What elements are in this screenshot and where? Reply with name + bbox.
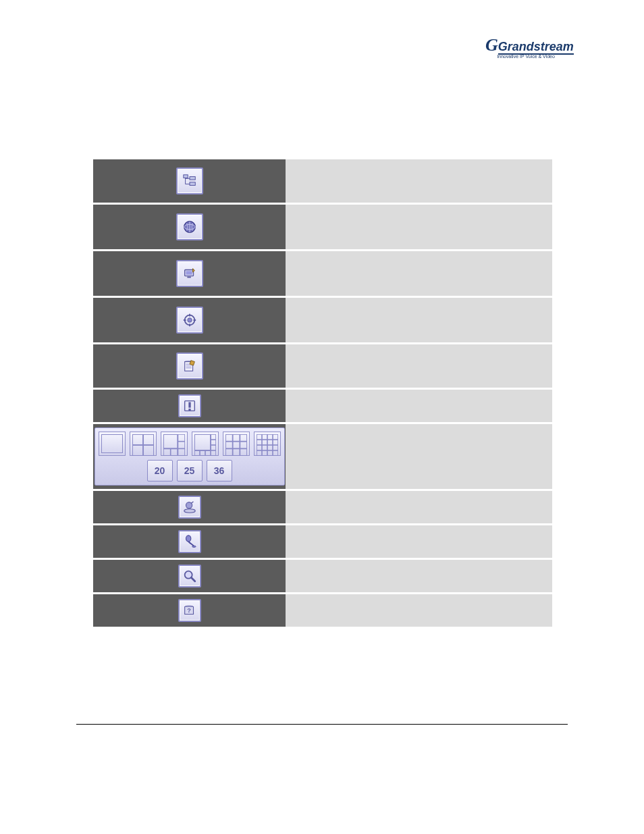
svg-rect-2 — [190, 182, 195, 186]
target-icon[interactable] — [176, 307, 203, 334]
brand-script: GGrandstream — [485, 37, 566, 53]
table-row — [93, 251, 552, 296]
layout-16-icon[interactable] — [254, 432, 281, 456]
desc-cell — [286, 159, 552, 203]
icon-cell — [93, 560, 286, 592]
desc-cell — [286, 424, 552, 489]
desc-cell — [286, 205, 552, 249]
table-row — [93, 298, 552, 342]
layout-8-icon[interactable] — [192, 432, 219, 456]
svg-rect-16 — [188, 409, 190, 411]
table-row — [93, 344, 552, 388]
icon-cell: 20 25 36 — [93, 424, 286, 489]
svg-text:?: ? — [187, 607, 191, 614]
table-row — [93, 525, 552, 558]
svg-rect-21 — [163, 434, 178, 448]
desc-cell — [286, 390, 552, 422]
device-icon[interactable] — [176, 260, 203, 287]
layout-6-icon[interactable] — [161, 432, 188, 456]
svg-point-49 — [186, 536, 190, 542]
table-row — [93, 390, 552, 422]
icon-cell — [93, 491, 286, 523]
icon-cell — [93, 344, 286, 388]
svg-point-50 — [192, 546, 196, 547]
icons-table: 20 25 36 — [93, 159, 552, 629]
desc-cell — [286, 491, 552, 523]
svg-point-47 — [184, 509, 195, 513]
layout-9-icon[interactable] — [223, 432, 250, 456]
brand-tagline: Innovative IP Voice & Video — [485, 54, 566, 59]
icon-cell — [93, 251, 286, 296]
layout-group: 20 25 36 — [95, 427, 285, 486]
desc-cell — [286, 251, 552, 296]
svg-rect-28 — [194, 434, 211, 450]
svg-rect-20 — [163, 434, 185, 456]
svg-rect-15 — [188, 402, 190, 408]
layout-20-button[interactable]: 20 — [147, 460, 173, 481]
svg-rect-1 — [190, 177, 195, 180]
icon-cell — [93, 205, 286, 249]
table-row: ? — [93, 594, 552, 627]
layout-25-button[interactable]: 25 — [177, 460, 203, 481]
table-row — [93, 159, 552, 203]
footer-divider — [76, 724, 568, 725]
svg-rect-10 — [187, 277, 191, 278]
table-row — [93, 205, 552, 249]
icon-cell — [93, 298, 286, 342]
desc-cell — [286, 560, 552, 592]
layout-4-icon[interactable] — [130, 432, 157, 456]
icon-cell — [93, 390, 286, 422]
svg-point-12 — [187, 318, 191, 322]
tree-view-icon[interactable] — [176, 167, 203, 194]
notepad-icon[interactable] — [176, 353, 203, 380]
icon-cell — [93, 159, 286, 203]
brand-logo: GGrandstream Innovative IP Voice & Video — [485, 37, 566, 59]
layout-36-button[interactable]: 36 — [207, 460, 232, 481]
search-icon[interactable] — [178, 565, 201, 588]
table-row: 20 25 36 — [93, 424, 552, 489]
table-row — [93, 560, 552, 592]
alert-icon[interactable] — [178, 394, 201, 417]
icon-cell — [93, 525, 286, 558]
svg-rect-0 — [183, 175, 187, 178]
microphone-icon[interactable] — [178, 530, 201, 553]
help-icon[interactable]: ? — [178, 599, 201, 622]
desc-cell — [286, 594, 552, 627]
svg-rect-9 — [186, 271, 192, 275]
save-to-disk-icon[interactable] — [178, 496, 201, 519]
svg-rect-35 — [225, 434, 247, 456]
desc-cell — [286, 298, 552, 342]
icon-cell: ? — [93, 594, 286, 627]
table-row — [93, 491, 552, 523]
desc-cell — [286, 525, 552, 558]
layout-1-icon[interactable] — [99, 432, 126, 456]
desc-cell — [286, 344, 552, 388]
globe-icon[interactable] — [176, 213, 203, 240]
